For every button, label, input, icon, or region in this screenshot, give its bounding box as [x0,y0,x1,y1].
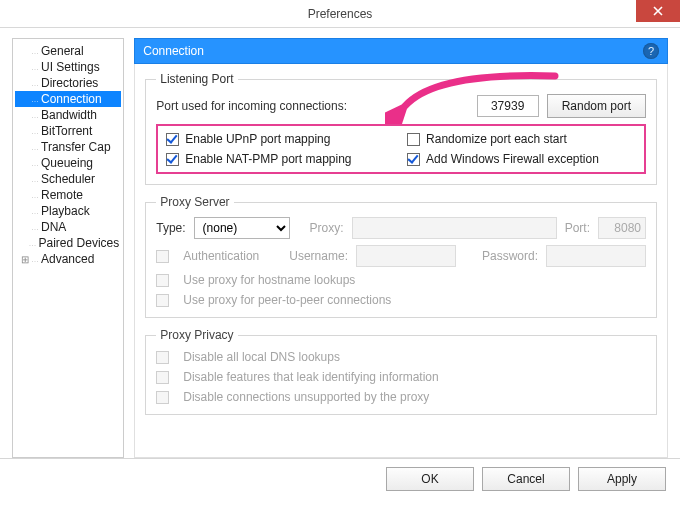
tree-item-label: Remote [41,188,83,202]
proxy-hostname-label: Use proxy for hostname lookups [183,273,355,287]
tree-item-connection[interactable]: …Connection [15,91,121,107]
tree-item-advanced[interactable]: ⊞…Advanced [15,251,121,267]
proxy-type-label: Type: [156,221,185,235]
tree-item-paired-devices[interactable]: …Paired Devices [15,235,121,251]
tree-item-label: Transfer Cap [41,140,111,154]
dialog-button-bar: OK Cancel Apply [0,458,680,498]
tree-item-dna[interactable]: …DNA [15,219,121,235]
dns-label: Disable all local DNS lookups [183,350,340,364]
upnp-label[interactable]: Enable UPnP port mapping [185,132,330,146]
section-title: Connection [143,44,204,58]
tree-connector: … [31,223,37,232]
tree-connector: … [31,111,37,120]
tree-connector: … [31,175,37,184]
tree-item-transfer-cap[interactable]: …Transfer Cap [15,139,121,155]
close-button[interactable] [636,0,680,22]
tree-connector: … [31,95,37,104]
username-label: Username: [289,249,348,263]
port-label: Port used for incoming connections: [156,99,468,113]
randomize-label[interactable]: Randomize port each start [426,132,567,146]
tree-item-remote[interactable]: …Remote [15,187,121,203]
firewall-checkbox[interactable] [407,153,420,166]
password-label: Password: [482,249,538,263]
tree-connector: … [29,239,35,248]
titlebar: Preferences [0,0,680,28]
proxy-privacy-legend: Proxy Privacy [156,328,237,342]
close-icon [653,6,663,16]
help-icon[interactable]: ? [643,43,659,59]
tree-connector: … [31,159,37,168]
proxy-server-group: Proxy Server Type: (none) Proxy: Port: A… [145,195,657,318]
tree-item-label: Paired Devices [39,236,120,250]
proxy-p2p-label: Use proxy for peer-to-peer connections [183,293,391,307]
proxy-server-legend: Proxy Server [156,195,233,209]
proxy-hostname-checkbox [156,274,169,287]
proxy-host-input [352,217,557,239]
tree-item-label: Queueing [41,156,93,170]
tree-item-scheduler[interactable]: …Scheduler [15,171,121,187]
section-header: Connection ? [134,38,668,64]
listening-port-legend: Listening Port [156,72,237,86]
tree-item-queueing[interactable]: …Queueing [15,155,121,171]
natpmp-label[interactable]: Enable NAT-PMP port mapping [185,152,351,166]
tree-connector: … [31,207,37,216]
firewall-label[interactable]: Add Windows Firewall exception [426,152,599,166]
apply-button[interactable]: Apply [578,467,666,491]
tree-item-label: Scheduler [41,172,95,186]
tree-item-bandwidth[interactable]: …Bandwidth [15,107,121,123]
window-title: Preferences [308,7,373,21]
tree-connector: … [31,191,37,200]
ok-button[interactable]: OK [386,467,474,491]
username-input [356,245,456,267]
tree-item-label: DNA [41,220,66,234]
tree-item-label: General [41,44,84,58]
proxy-host-label: Proxy: [310,221,344,235]
auth-checkbox [156,250,169,263]
tree-connector: … [31,79,37,88]
tree-connector: … [31,63,37,72]
auth-label: Authentication [183,249,259,263]
password-input [546,245,646,267]
natpmp-checkbox[interactable] [166,153,179,166]
proxy-type-select[interactable]: (none) [194,217,290,239]
proxy-port-label: Port: [565,221,590,235]
tree-connector: … [31,47,37,56]
tree-item-bittorrent[interactable]: …BitTorrent [15,123,121,139]
proxy-port-input [598,217,646,239]
port-input[interactable] [477,95,539,117]
leak-label: Disable features that leak identifying i… [183,370,438,384]
tree-item-label: Advanced [41,252,94,266]
category-tree[interactable]: …General…UI Settings…Directories…Connect… [12,38,124,458]
tree-item-label: UI Settings [41,60,100,74]
proxy-privacy-group: Proxy Privacy Disable all local DNS look… [145,328,657,415]
cancel-button[interactable]: Cancel [482,467,570,491]
listening-port-group: Listening Port Port used for incoming co… [145,72,657,185]
tree-item-directories[interactable]: …Directories [15,75,121,91]
tree-item-label: Playback [41,204,90,218]
proxy-p2p-checkbox [156,294,169,307]
expand-icon[interactable]: ⊞ [19,254,31,265]
randomize-checkbox[interactable] [407,133,420,146]
dns-checkbox [156,351,169,364]
tree-item-ui-settings[interactable]: …UI Settings [15,59,121,75]
unsupp-checkbox [156,391,169,404]
random-port-button[interactable]: Random port [547,94,646,118]
tree-connector: … [31,143,37,152]
tree-item-playback[interactable]: …Playback [15,203,121,219]
tree-item-label: BitTorrent [41,124,92,138]
unsupp-label: Disable connections unsupported by the p… [183,390,429,404]
tree-item-label: Bandwidth [41,108,97,122]
tree-item-label: Directories [41,76,98,90]
tree-connector: … [31,127,37,136]
tree-item-general[interactable]: …General [15,43,121,59]
tree-item-label: Connection [41,92,102,106]
upnp-checkbox[interactable] [166,133,179,146]
tree-connector: … [31,255,37,264]
leak-checkbox [156,371,169,384]
highlight-annotation: Enable UPnP port mapping Randomize port … [156,124,646,174]
